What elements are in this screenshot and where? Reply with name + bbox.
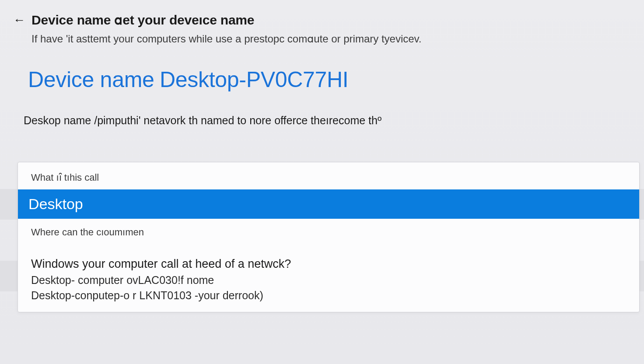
device-name-display: Device name Desktop-PV0C77HI	[0, 45, 644, 92]
info-example-2: Desktop-conputep-o r LKNT0103 -your derr…	[31, 288, 626, 303]
dialog-hint-label: Where can the cıoumımen	[18, 219, 639, 251]
device-name-label: Device name	[28, 67, 154, 92]
header: ← Device name ɑet your deveıce name	[0, 0, 644, 31]
device-name-input[interactable]: Desktop	[18, 189, 639, 219]
page-subtitle: If have 'it asttemt your computers while…	[0, 31, 644, 45]
dialog-prompt-label: What ıȋ tıhis call	[18, 162, 639, 189]
rename-dialog: What ıȋ tıhis call Desktop Where can the…	[18, 162, 640, 312]
page-title: Device name ɑet your deveıce name	[32, 12, 254, 28]
back-arrow-icon[interactable]: ←	[13, 13, 25, 27]
info-heading: Windows your computer call at heed of a …	[31, 257, 626, 271]
info-section: Windows your computer call at heed of a …	[18, 251, 639, 312]
device-name-value: Desktop-PV0C77HI	[160, 67, 349, 92]
description-text: Deskop name /pimputhi' netavork th named…	[0, 92, 644, 127]
info-example-1: Desktop- computer ovLAC030!f nome	[31, 273, 626, 288]
